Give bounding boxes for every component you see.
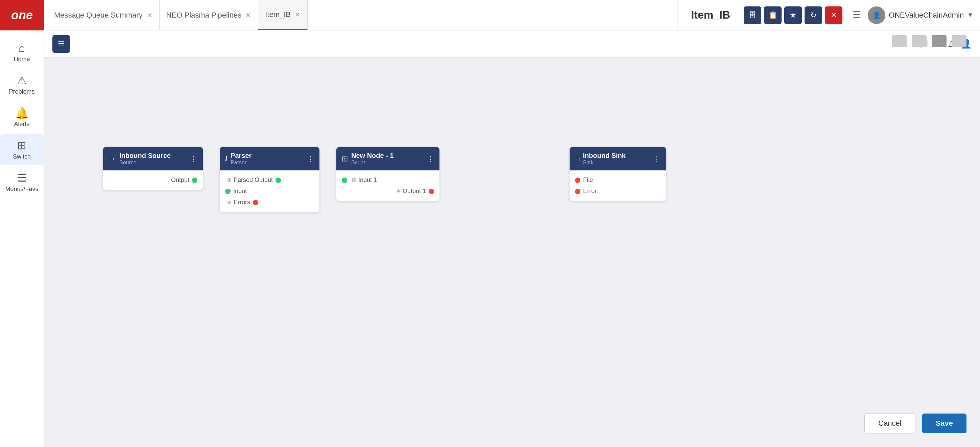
parser-icon: I (225, 154, 227, 163)
new-node-output1-dot[interactable] (429, 189, 434, 194)
node-new-node-1-type: Script (351, 160, 423, 166)
node-inbound-source-menu-btn[interactable]: ⋮ (190, 154, 197, 163)
problems-icon: ⚠ (17, 74, 27, 87)
sidebar-item-switch[interactable]: ⊞ Switch (0, 134, 44, 165)
node-new-node-1-name: New Node - 1 (351, 152, 423, 160)
parsed-output-port-dot[interactable] (275, 178, 281, 183)
alerts-icon: 🔔 (15, 107, 29, 119)
port-output: Output (108, 175, 197, 186)
node-parser-body: ⊞ Parsed Output Input ⊞ Errors (220, 170, 320, 212)
errors-port-dot[interactable] (253, 200, 258, 205)
logo[interactable]: one (0, 0, 44, 30)
tab-item-ib[interactable]: Item_IB ✕ (258, 0, 308, 30)
sidebar-item-alerts[interactable]: 🔔 Alerts (0, 102, 44, 132)
port-sink-file: File (575, 175, 660, 186)
toolbar-star-btn[interactable]: ★ (784, 6, 802, 24)
canvas-header: ☰ 📁 >_ ⚠ 👤 (44, 30, 980, 57)
tab-message-queue-summary[interactable]: Message Queue Summary ✕ (47, 0, 159, 30)
node-new-node-1: ⊞ New Node - 1 Script ⋮ ⊞ Input 1 ⊞ (336, 147, 439, 201)
node-inbound-sink-type: Sink (583, 160, 650, 166)
node-inbound-source-name: Inbound Source (119, 152, 186, 160)
sink-error-dot[interactable] (575, 189, 581, 194)
port-parser-parsed-output: ⊞ Parsed Output (225, 175, 314, 186)
tab-close-npp[interactable]: ✕ (245, 11, 251, 19)
sidebar-item-problems[interactable]: ⚠ Problems (0, 69, 44, 100)
port-new-node-input1: ⊞ Input 1 (342, 175, 434, 186)
tab-close-item-ib[interactable]: ✕ (295, 11, 301, 19)
node-new-node-1-header: ⊞ New Node - 1 Script ⋮ (336, 147, 439, 170)
list-view-btn[interactable]: ☰ (52, 35, 70, 53)
toolbar-database-btn[interactable]: 🗄 (744, 6, 761, 24)
toolbar-close-btn[interactable]: ✕ (825, 6, 842, 24)
hamburger-menu-btn[interactable]: ☰ (853, 10, 861, 21)
node-inbound-source-header: → Inbound Source Source ⋮ (103, 147, 203, 170)
toolbar-refresh-btn[interactable]: ↻ (805, 6, 822, 24)
node-parser-type: Parser (231, 160, 303, 166)
node-inbound-source: → Inbound Source Source ⋮ Output (103, 147, 203, 190)
sidebar-menus-label: Menus/Favs (5, 186, 38, 193)
sidebar: ⌂ Home ⚠ Problems 🔔 Alerts ⊞ Switch ☰ Me… (0, 30, 44, 447)
bottom-right-actions: Cancel Save (864, 413, 966, 433)
switch-icon: ⊞ (17, 139, 26, 152)
page-ind-3[interactable] (932, 35, 947, 47)
sidebar-item-home[interactable]: ⌂ Home (0, 37, 44, 68)
menus-icon: ☰ (17, 172, 27, 184)
cancel-button[interactable]: Cancel (864, 413, 915, 433)
node-new-node-1-body: ⊞ Input 1 ⊞ Output 1 (336, 170, 439, 201)
page-ind-2[interactable] (912, 35, 927, 47)
save-button[interactable]: Save (922, 414, 966, 433)
node-inbound-sink-header: □ Inbound Sink Sink ⋮ (570, 147, 666, 170)
user-name: ONEValueChainAdmin (889, 11, 964, 20)
port-new-node-output1: ⊞ Output 1 (342, 186, 434, 197)
sidebar-item-menus[interactable]: ☰ Menus/Favs (0, 167, 44, 197)
tab-neo-plasma-pipelines[interactable]: NEO Plasma Pipelines ✕ (159, 0, 259, 30)
user-avatar: 👤 (868, 6, 885, 24)
node-inbound-sink-name: Inbound Sink (583, 152, 650, 160)
top-bar: one Message Queue Summary ✕ NEO Plasma P… (0, 0, 980, 30)
port-sink-error: Error (575, 186, 660, 197)
node-inbound-sink: □ Inbound Sink Sink ⋮ File Error (570, 147, 666, 201)
tabs-area: Message Queue Summary ✕ NEO Plasma Pipel… (44, 0, 677, 30)
port-parser-errors: ⊞ Errors (225, 197, 314, 208)
node-inbound-source-body: Output (103, 170, 203, 190)
page-indicators (892, 35, 966, 47)
main-content: ☰ 📁 >_ ⚠ 👤 → (44, 30, 980, 447)
page-title: Item_IB (691, 9, 730, 21)
parser-input-port-dot[interactable] (225, 189, 231, 194)
node-inbound-sink-body: File Error (570, 170, 666, 201)
node-parser-header: I Parser Parser ⋮ (220, 147, 320, 170)
page-ind-1[interactable] (892, 35, 907, 47)
sidebar-switch-label: Switch (13, 153, 31, 160)
toolbar-icons: 🗄 📋 ★ ↻ ✕ (744, 6, 853, 24)
node-inbound-source-type: Source (119, 160, 186, 166)
new-node-input1-dot[interactable] (342, 178, 347, 183)
sidebar-problems-label: Problems (9, 88, 35, 95)
new-node-icon: ⊞ (342, 154, 348, 163)
node-new-node-1-menu-btn[interactable]: ⋮ (426, 154, 434, 163)
port-parser-input: Input (225, 186, 314, 197)
sink-file-dot[interactable] (575, 178, 581, 183)
user-dropdown-icon[interactable]: ▼ (967, 11, 973, 19)
sidebar-home-label: Home (14, 56, 30, 63)
inbound-sink-icon: □ (575, 154, 579, 163)
logo-text: one (11, 8, 33, 22)
node-parser: I Parser Parser ⋮ ⊞ Parsed Output (220, 147, 320, 212)
inbound-source-icon: → (108, 154, 116, 163)
node-parser-menu-btn[interactable]: ⋮ (307, 154, 314, 163)
page-ind-4[interactable] (951, 35, 966, 47)
node-parser-name: Parser (231, 152, 303, 160)
node-inbound-sink-menu-btn[interactable]: ⋮ (653, 154, 660, 163)
output-port-dot[interactable] (192, 178, 197, 183)
tab-close-mqs[interactable]: ✕ (147, 11, 153, 19)
toolbar-edit-btn[interactable]: 📋 (764, 6, 781, 24)
sidebar-alerts-label: Alerts (14, 121, 29, 128)
user-area: 👤 ONEValueChainAdmin ▼ (868, 6, 980, 24)
home-icon: ⌂ (19, 42, 25, 54)
